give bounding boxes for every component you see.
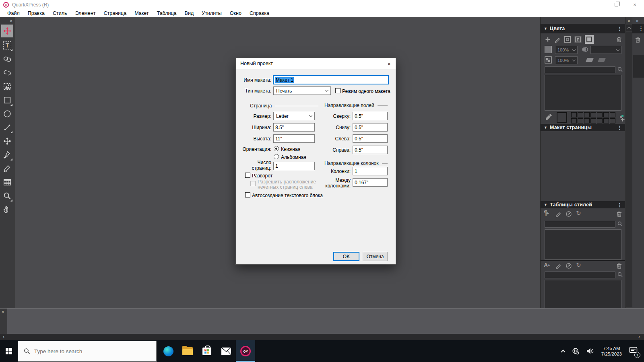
landscape-radio[interactable] <box>274 154 279 159</box>
menu-item-window[interactable]: Окно <box>226 10 246 16</box>
style-sheets-menu-icon[interactable]: ⋮ <box>617 202 622 208</box>
auto-text-box-checkbox[interactable] <box>245 192 250 197</box>
secondary-panel-list[interactable] <box>633 55 644 78</box>
size-dropdown[interactable]: Letter <box>273 112 315 120</box>
layout-type-dropdown[interactable]: Печать <box>273 86 331 95</box>
dock-scrollbar-track[interactable] <box>626 32 632 307</box>
delete-color-button[interactable] <box>616 36 622 43</box>
layout-name-input[interactable]: Макет 1 <box>273 76 388 84</box>
page-layout-menu-icon[interactable]: ⋮ <box>617 125 622 131</box>
close-button[interactable]: × <box>625 0 644 9</box>
shade-swatch[interactable] <box>545 46 552 53</box>
taskbar-mail-button[interactable] <box>217 340 236 362</box>
eyedropper-icon[interactable] <box>545 113 553 122</box>
add-swatch-icon[interactable] <box>619 115 625 122</box>
menu-item-page[interactable]: Страница <box>100 10 131 16</box>
colors-menu-icon[interactable]: ⋮ <box>617 26 622 32</box>
collapse-icon[interactable]: ▼ <box>544 125 547 130</box>
network-button[interactable] <box>568 340 583 362</box>
margin-bottom-input[interactable] <box>353 123 388 132</box>
menu-item-utilities[interactable]: Утилиты <box>198 10 226 16</box>
colors-list[interactable] <box>545 75 621 111</box>
taskbar-search[interactable] <box>18 341 157 362</box>
dock-close-icon[interactable]: × <box>625 19 632 23</box>
tool-oval[interactable] <box>1 107 13 120</box>
secondary-dock-close-icon[interactable]: × <box>636 19 638 23</box>
taskbar-clock[interactable]: 7:45 AM 7/25/2023 <box>598 340 625 362</box>
tool-table[interactable] <box>1 176 13 189</box>
opacity-dropdown[interactable]: 100% <box>555 56 578 64</box>
character-styles-search-icon[interactable] <box>617 272 623 278</box>
colors-search-icon[interactable] <box>617 66 623 72</box>
tool-text[interactable]: T <box>1 39 13 52</box>
tool-bezier-pen[interactable] <box>1 148 13 161</box>
scroll-left-button[interactable]: ‹ <box>1 335 6 339</box>
character-styles-list[interactable] <box>545 280 621 308</box>
style-sheets-panel-header[interactable]: ▼ Таблицы стилей ⋮ <box>541 201 625 208</box>
tool-rectangle[interactable] <box>1 94 13 107</box>
update-paragraph-style-button[interactable] <box>566 211 572 217</box>
tool-point-selection[interactable] <box>1 135 13 148</box>
edit-character-style-button[interactable] <box>555 263 561 269</box>
tool-zoom[interactable] <box>1 189 13 202</box>
paragraph-styles-list[interactable] <box>545 229 621 260</box>
colors-panel-header[interactable]: ▼ Цвета ⋮ <box>541 24 625 33</box>
gutter-input[interactable] <box>353 178 388 187</box>
taskbar-search-input[interactable] <box>34 348 147 354</box>
height-input[interactable] <box>273 134 315 143</box>
volume-button[interactable] <box>583 340 598 362</box>
dock-scroll-up-button[interactable] <box>626 25 632 31</box>
shear-left-icon[interactable] <box>586 58 594 62</box>
menu-item-style[interactable]: Стиль <box>49 10 71 16</box>
blend-icon[interactable] <box>581 47 588 52</box>
new-paragraph-style-button[interactable]: ¶+ <box>544 210 549 217</box>
picture-color-button[interactable] <box>574 36 582 43</box>
current-swatch[interactable] <box>557 112 567 123</box>
menu-item-edit[interactable]: Правка <box>24 10 49 16</box>
tool-pan[interactable] <box>1 203 13 216</box>
tool-picture[interactable] <box>1 80 13 93</box>
tool-item-move[interactable] <box>1 25 13 37</box>
dialog-close-icon[interactable]: × <box>387 60 391 67</box>
tray-expand-button[interactable] <box>558 340 568 362</box>
secondary-delete-button[interactable] <box>635 37 641 43</box>
menu-item-view[interactable]: Вид <box>181 10 198 16</box>
paragraph-styles-search-icon[interactable] <box>617 221 623 227</box>
margin-right-input[interactable] <box>353 146 388 154</box>
tool-unlink[interactable] <box>1 66 13 79</box>
collapse-icon[interactable]: ▼ <box>544 203 547 207</box>
new-character-style-button[interactable]: A+ <box>544 262 550 268</box>
restore-button[interactable] <box>607 0 625 9</box>
character-styles-search-input[interactable] <box>545 272 615 278</box>
measurements-close-icon[interactable]: × <box>2 309 4 314</box>
portrait-radio[interactable] <box>274 146 279 151</box>
taskbar-quark-button[interactable]: QX <box>236 340 255 362</box>
width-input[interactable] <box>273 123 315 132</box>
opacity-checker-icon[interactable] <box>545 56 552 64</box>
background-color-button[interactable] <box>585 35 594 44</box>
page-layout-panel-header[interactable]: ▼ Макет страницы ⋮ <box>541 124 625 131</box>
menu-item-table[interactable]: Таблица <box>153 10 181 16</box>
taskbar-edge-button[interactable] <box>159 340 178 362</box>
menu-item-item[interactable]: Элемент <box>71 10 100 16</box>
paragraph-styles-search-input[interactable] <box>545 221 615 228</box>
tool-line[interactable] <box>1 121 13 134</box>
secondary-panel-header[interactable]: ⋮ <box>632 24 644 33</box>
single-layout-checkbox[interactable] <box>335 88 341 93</box>
secondary-panel-menu-icon[interactable]: ⋮ <box>638 25 644 31</box>
cancel-button[interactable]: Отмена <box>363 252 388 261</box>
page-layout-body[interactable] <box>541 131 625 201</box>
action-center-button[interactable]: 1 <box>625 340 644 362</box>
menu-item-help[interactable]: Справка <box>246 10 273 16</box>
refresh-character-style-button[interactable]: ↻ <box>576 261 581 269</box>
margin-left-input[interactable] <box>353 134 388 143</box>
margin-top-input[interactable] <box>353 112 388 120</box>
columns-input[interactable] <box>353 167 388 175</box>
minimize-button[interactable]: – <box>588 0 607 9</box>
facing-pages-checkbox[interactable] <box>245 173 250 178</box>
update-character-style-button[interactable] <box>566 263 572 269</box>
edit-color-button[interactable] <box>554 36 561 43</box>
edit-paragraph-style-button[interactable] <box>555 211 561 217</box>
tool-freehand[interactable] <box>1 162 13 175</box>
scroll-right-button[interactable]: › <box>637 335 642 339</box>
